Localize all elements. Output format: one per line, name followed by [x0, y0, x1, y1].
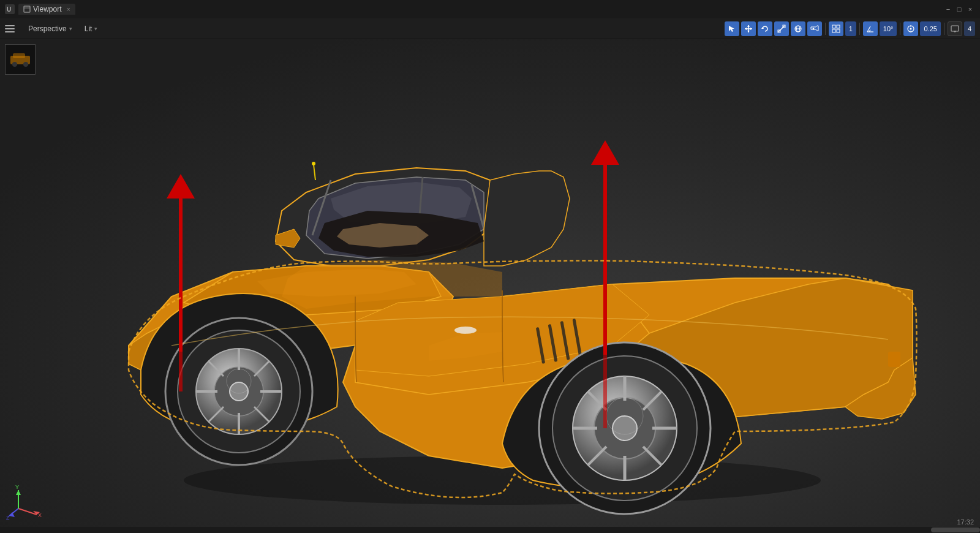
- svg-point-36: [23, 62, 28, 67]
- scale-tool-button[interactable]: [774, 21, 789, 36]
- svg-text:U: U: [7, 6, 11, 13]
- viewport-tab-close[interactable]: ×: [66, 6, 70, 13]
- minimap-preview: [7, 46, 34, 73]
- svg-point-18: [812, 28, 814, 29]
- titlebar-icon: U: [5, 4, 15, 14]
- rotate-tool-button[interactable]: [758, 21, 772, 36]
- hamburger-icon: [5, 31, 15, 32]
- svg-rect-34: [13, 53, 25, 58]
- screen-size-button[interactable]: [948, 21, 962, 36]
- svg-rect-2: [24, 6, 30, 12]
- move-tool-button[interactable]: [741, 21, 756, 36]
- screen-value-label: 4: [968, 25, 971, 32]
- grid-value-button[interactable]: 1: [845, 21, 856, 36]
- axes-widget: X Y Z: [6, 484, 43, 521]
- snap-icon: [907, 25, 915, 33]
- screen-value-button[interactable]: 4: [964, 21, 975, 36]
- svg-point-79: [612, 416, 637, 440]
- angle-icon: [866, 25, 875, 33]
- svg-text:Y: Y: [15, 484, 19, 490]
- viewport[interactable]: X Y Z 17:32: [0, 39, 980, 533]
- svg-rect-29: [951, 26, 959, 31]
- svg-marker-10: [750, 28, 752, 30]
- svg-rect-61: [888, 352, 900, 367]
- camera-icon: [810, 25, 819, 33]
- scale-icon: [777, 25, 786, 33]
- time-display: 17:32: [957, 518, 974, 526]
- svg-point-54: [454, 327, 477, 334]
- svg-marker-8: [747, 31, 750, 32]
- scrollbar[interactable]: [0, 527, 980, 533]
- hamburger-icon: [5, 25, 15, 26]
- close-button[interactable]: ×: [965, 4, 975, 14]
- titlebar: U Viewport × − □ ×: [0, 0, 980, 18]
- snap-value-label: 0.25: [924, 25, 937, 32]
- svg-text:X: X: [38, 512, 42, 518]
- grid-button[interactable]: [829, 21, 843, 36]
- svg-rect-19: [832, 25, 835, 28]
- grid-value-label: 1: [849, 25, 853, 32]
- perspective-button[interactable]: Perspective ▾: [23, 22, 77, 36]
- rotate-icon: [761, 25, 769, 33]
- svg-marker-106: [16, 490, 21, 495]
- hamburger-icon: [5, 28, 15, 29]
- restore-button[interactable]: □: [954, 4, 964, 14]
- svg-point-26: [910, 28, 912, 29]
- select-tool-button[interactable]: [725, 21, 739, 36]
- camera-button[interactable]: [807, 21, 822, 36]
- world-space-button[interactable]: [791, 21, 805, 36]
- angle-value-button[interactable]: 10°: [880, 21, 897, 36]
- axes-svg: X Y Z: [6, 484, 43, 521]
- svg-rect-21: [832, 29, 835, 32]
- toolbar-divider: [825, 23, 826, 35]
- svg-line-12: [778, 26, 785, 32]
- world-icon: [794, 25, 802, 33]
- perspective-label: Perspective: [28, 25, 67, 33]
- svg-rect-22: [837, 29, 840, 32]
- move-icon: [744, 25, 753, 33]
- toolbar-right: 1 10° 0.25: [725, 21, 975, 36]
- svg-marker-4: [729, 26, 734, 32]
- svg-point-93: [312, 162, 315, 165]
- svg-marker-9: [745, 28, 747, 30]
- svg-point-35: [12, 62, 17, 67]
- snap-value-button[interactable]: 0.25: [920, 21, 940, 36]
- toolbar-divider2: [859, 23, 860, 35]
- lit-label: Lit: [85, 25, 92, 33]
- mini-map: [5, 44, 36, 75]
- svg-marker-7: [747, 25, 750, 27]
- lit-button[interactable]: Lit ▾: [80, 22, 103, 36]
- svg-text:Z: Z: [6, 515, 10, 521]
- angle-value-label: 10°: [883, 25, 894, 32]
- snap-button[interactable]: [903, 21, 918, 36]
- ue-logo-icon: U: [5, 4, 15, 14]
- toolbar: Perspective ▾ Lit ▾: [0, 18, 980, 39]
- screen-icon: [951, 25, 959, 33]
- toolbar-divider3: [900, 23, 900, 35]
- viewport-tab-icon: [23, 6, 31, 13]
- titlebar-controls: − □ ×: [943, 4, 975, 14]
- scroll-thumb[interactable]: [931, 527, 980, 532]
- viewport-tab-label: Viewport: [33, 5, 61, 13]
- perspective-dropdown-icon: ▾: [69, 26, 72, 32]
- angle-snap-button[interactable]: [863, 21, 878, 36]
- menu-button[interactable]: [5, 22, 18, 36]
- minimize-button[interactable]: −: [943, 4, 953, 14]
- select-icon: [728, 25, 736, 33]
- titlebar-left: U Viewport ×: [5, 4, 75, 15]
- viewport-tab[interactable]: Viewport ×: [18, 4, 75, 15]
- svg-rect-20: [837, 25, 840, 28]
- car-scene-svg: [0, 39, 980, 533]
- toolbar-divider4: [944, 23, 944, 35]
- lit-dropdown-icon: ▾: [94, 26, 97, 32]
- grid-icon: [832, 25, 840, 33]
- svg-line-24: [867, 26, 870, 32]
